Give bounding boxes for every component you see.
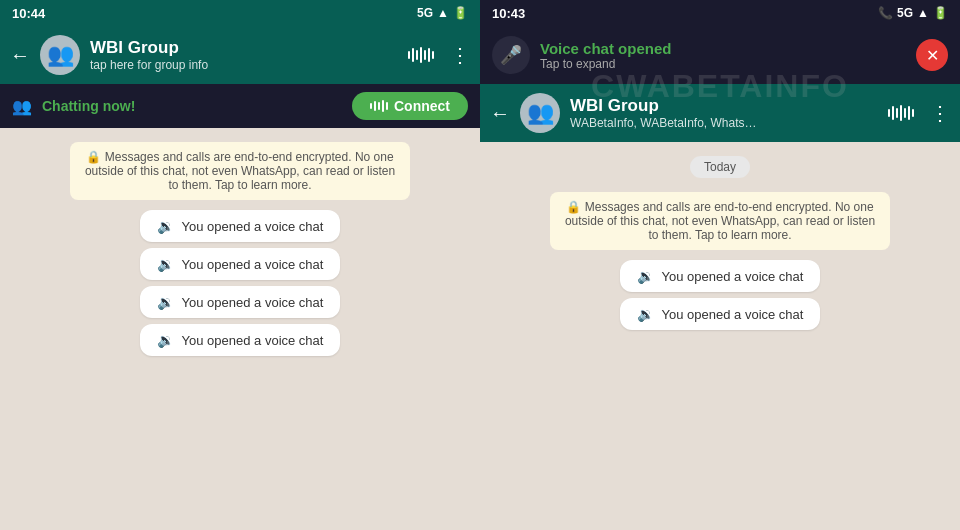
- right-msg2-wave-icon: 🔉: [637, 306, 654, 322]
- left-signal-icon: ▲: [437, 6, 449, 20]
- left-status-icons: 5G ▲ 🔋: [417, 6, 468, 20]
- left-back-button[interactable]: ←: [10, 44, 30, 67]
- right-battery-icon: 🔋: [933, 6, 948, 20]
- right-close-button[interactable]: ✕: [916, 39, 948, 71]
- right-top-actions: ⋮: [888, 101, 950, 125]
- right-more-icon[interactable]: ⋮: [930, 101, 950, 125]
- left-group-info[interactable]: WBI Group tap here for group info: [90, 38, 398, 72]
- right-panel: 10:43 📞 5G ▲ 🔋 🎤 Voice chat opened Tap t…: [480, 0, 960, 530]
- left-msg2-wave-icon: 🔉: [157, 256, 174, 272]
- left-connect-button[interactable]: Connect: [352, 92, 468, 120]
- connect-wave-icon: [370, 100, 388, 112]
- left-top-actions: ⋮: [408, 43, 470, 67]
- right-voice-msg-2: 🔉 You opened a voice chat: [620, 298, 820, 330]
- right-status-bar: 10:43 📞 5G ▲ 🔋: [480, 0, 960, 26]
- right-vc-subtitle: Tap to expand: [540, 57, 906, 71]
- left-voice-chat-bar: 👥 Chatting now! Connect: [0, 84, 480, 128]
- right-group-subtitle: WABetaInfo, WABetaInfo, Whats…: [570, 116, 878, 130]
- left-battery-icon: 🔋: [453, 6, 468, 20]
- right-msg1-wave-icon: 🔉: [637, 268, 654, 284]
- right-vc-title: Voice chat opened: [540, 40, 906, 57]
- left-msg1-wave-icon: 🔉: [157, 218, 174, 234]
- right-mic-icon: 🎤: [500, 44, 522, 66]
- right-time: 10:43: [492, 6, 525, 21]
- right-status-icons: 📞 5G ▲ 🔋: [878, 6, 948, 20]
- left-network: 5G: [417, 6, 433, 20]
- right-group-avatar: 👥: [520, 93, 560, 133]
- right-audio-icon[interactable]: [888, 105, 914, 121]
- right-top-bar: ← 👥 WBI Group WABetaInfo, WABetaInfo, Wh…: [480, 84, 960, 142]
- right-today-badge: Today: [690, 156, 750, 178]
- right-back-button[interactable]: ←: [490, 102, 510, 125]
- right-vc-notif-info: Voice chat opened Tap to expand: [540, 40, 906, 71]
- right-network: 5G: [897, 6, 913, 20]
- left-audio-icon[interactable]: [408, 47, 434, 63]
- left-vc-label: Chatting now!: [42, 98, 135, 114]
- right-call-icon: 📞: [878, 6, 893, 20]
- left-msg3-wave-icon: 🔉: [157, 294, 174, 310]
- left-group-name: WBI Group: [90, 38, 398, 58]
- right-vc-notification[interactable]: 🎤 Voice chat opened Tap to expand ✕: [480, 26, 960, 84]
- left-panel: 10:44 5G ▲ 🔋 ← 👥 WBI Group tap here for …: [0, 0, 480, 530]
- left-more-icon[interactable]: ⋮: [450, 43, 470, 67]
- left-voice-msg-1: 🔉 You opened a voice chat: [140, 210, 340, 242]
- left-top-bar: ← 👥 WBI Group tap here for group info ⋮: [0, 26, 480, 84]
- right-chat-area: Today 🔒 Messages and calls are end-to-en…: [480, 142, 960, 530]
- left-encrypted-notice: 🔒 Messages and calls are end-to-end encr…: [70, 142, 410, 200]
- right-signal-icon: ▲: [917, 6, 929, 20]
- right-mic-button[interactable]: 🎤: [492, 36, 530, 74]
- left-voice-msg-3: 🔉 You opened a voice chat: [140, 286, 340, 318]
- left-time: 10:44: [12, 6, 45, 21]
- right-voice-msg-1: 🔉 You opened a voice chat: [620, 260, 820, 292]
- left-status-bar: 10:44 5G ▲ 🔋: [0, 0, 480, 26]
- right-encrypted-notice: 🔒 Messages and calls are end-to-end encr…: [550, 192, 890, 250]
- left-voice-msg-4: 🔉 You opened a voice chat: [140, 324, 340, 356]
- right-close-icon: ✕: [926, 46, 939, 65]
- left-avatar-icon: 👥: [47, 42, 74, 68]
- left-msg4-wave-icon: 🔉: [157, 332, 174, 348]
- left-vc-icon: 👥: [12, 97, 32, 116]
- left-group-subtitle: tap here for group info: [90, 58, 398, 72]
- left-group-avatar: 👥: [40, 35, 80, 75]
- left-chat-area: 🔒 Messages and calls are end-to-end encr…: [0, 128, 480, 530]
- left-voice-msg-2: 🔉 You opened a voice chat: [140, 248, 340, 280]
- right-group-info[interactable]: WBI Group WABetaInfo, WABetaInfo, Whats…: [570, 96, 878, 130]
- right-avatar-icon: 👥: [527, 100, 554, 126]
- right-group-name: WBI Group: [570, 96, 878, 116]
